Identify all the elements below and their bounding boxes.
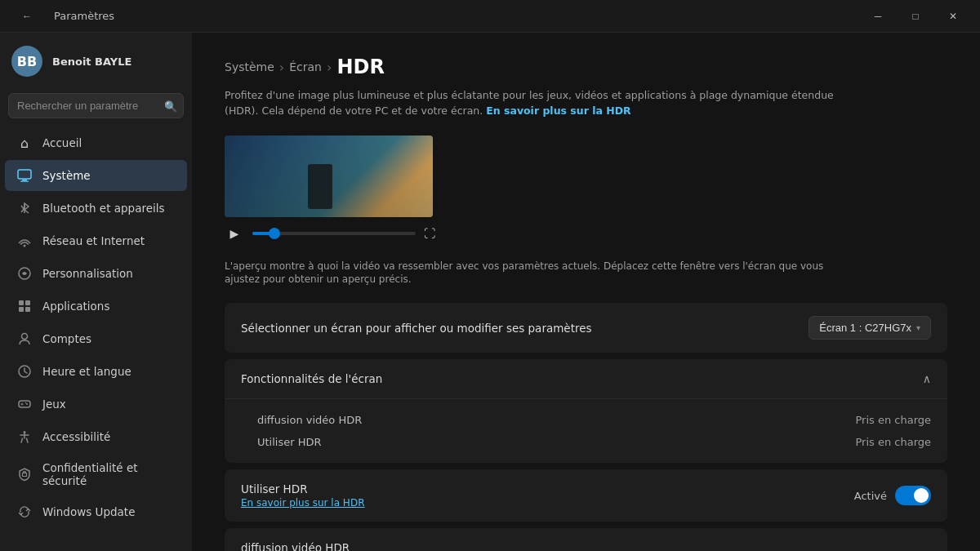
titlebar-title: Paramètres — [54, 10, 114, 22]
description-link[interactable]: En savoir plus sur la HDR — [486, 104, 631, 117]
sidebar-item-systeme[interactable]: Système — [5, 160, 187, 191]
user-section: BB Benoit BAYLE — [0, 33, 192, 90]
video-preview — [225, 136, 433, 217]
home-icon: ⌂ — [16, 135, 33, 151]
sidebar-item-label: Accessibilité — [42, 430, 110, 443]
sidebar-item-comptes[interactable]: Comptes — [5, 323, 187, 354]
sidebar-item-accessibilite[interactable]: Accessibilité — [5, 421, 187, 452]
accounts-icon — [16, 331, 33, 347]
svg-point-9 — [22, 334, 28, 340]
titlebar-left: ← Paramètres — [8, 3, 114, 29]
minimize-button[interactable]: ─ — [859, 3, 897, 29]
progress-thumb — [269, 228, 280, 239]
breadcrumb-ecran: Écran — [289, 60, 322, 73]
sidebar-item-label: Réseau et Internet — [42, 234, 145, 247]
screen-selector-card: Sélectionner un écran pour afficher ou m… — [225, 303, 947, 353]
sidebar-item-confidentialite[interactable]: Confidentialité et sécurité — [5, 454, 187, 495]
search-icon: 🔍 — [164, 100, 177, 112]
svg-rect-1 — [22, 180, 27, 181]
svg-rect-5 — [19, 300, 24, 305]
sidebar-item-label: Comptes — [42, 332, 91, 345]
privacy-icon — [16, 466, 33, 482]
titlebar-controls: ─ □ ✕ — [859, 3, 972, 29]
fonctionnalites-label: Fonctionnalités de l'écran — [241, 372, 382, 385]
sidebar-item-windows-update[interactable]: Windows Update — [5, 496, 187, 527]
network-icon — [16, 233, 33, 249]
svg-point-14 — [24, 431, 26, 433]
svg-rect-11 — [19, 401, 30, 407]
chevron-down-icon: ▾ — [916, 323, 920, 332]
bluetooth-icon — [16, 200, 33, 216]
sidebar-item-label: Windows Update — [42, 505, 135, 518]
svg-point-3 — [24, 245, 26, 247]
page-description: Profitez d'une image plus lumineuse et p… — [225, 88, 845, 119]
sidebar-item-applications[interactable]: Applications — [5, 291, 187, 322]
back-button[interactable]: ← — [8, 3, 46, 29]
sidebar-item-label: Confidentialité et sécurité — [42, 461, 176, 487]
utiliser-hdr-status: Activé — [854, 490, 887, 502]
breadcrumb-sep-1: › — [279, 60, 284, 75]
breadcrumb-sep-2: › — [327, 60, 332, 75]
user-name: Benoit BAYLE — [52, 56, 131, 68]
utiliser-hdr-card: Utiliser HDR En savoir plus sur la HDR A… — [225, 469, 947, 522]
play-button[interactable]: ▶ — [225, 224, 244, 243]
fonctionnalites-card: Fonctionnalités de l'écran ∧ diffusion v… — [225, 359, 947, 463]
diffusion-hdr-card: diffusion vidéo HDR Cet écran peut lire … — [225, 528, 947, 551]
search-input[interactable] — [8, 93, 184, 118]
utiliser-hdr-toggle[interactable] — [895, 486, 931, 505]
sidebar-item-label: Jeux — [42, 398, 66, 411]
system-icon — [16, 167, 33, 184]
svg-rect-7 — [19, 307, 24, 312]
screen-selector-row: Sélectionner un écran pour afficher ou m… — [225, 303, 947, 353]
utiliser-hdr-toggle-wrap: Activé — [854, 486, 931, 505]
utiliser-hdr-link[interactable]: En savoir plus sur la HDR — [241, 497, 364, 509]
fonctionnalites-header[interactable]: Fonctionnalités de l'écran ∧ — [225, 359, 947, 399]
breadcrumb-systeme: Système — [225, 60, 274, 73]
expand-button[interactable]: ⛶ — [424, 227, 435, 240]
sidebar-item-jeux[interactable]: Jeux — [5, 389, 187, 420]
svg-rect-8 — [25, 307, 30, 312]
fonctionnalites-content: diffusion vidéo HDR Pris en charge Utili… — [225, 399, 947, 463]
main-content: Système › Écran › HDR Profitez d'une ima… — [192, 33, 980, 551]
sidebar-item-label: Heure et langue — [42, 365, 131, 378]
games-icon — [16, 396, 33, 412]
svg-rect-2 — [20, 181, 29, 182]
sidebar-item-label: Personnalisation — [42, 267, 133, 280]
feature-label: Utiliser HDR — [257, 436, 322, 448]
preview-note: L'aperçu montre à quoi la vidéo va resse… — [225, 260, 845, 287]
windows-update-icon — [16, 504, 33, 520]
avatar: BB — [11, 46, 42, 77]
svg-rect-15 — [23, 473, 27, 477]
clock-icon — [16, 363, 33, 380]
sidebar-item-personnalisation[interactable]: Personnalisation — [5, 258, 187, 289]
sidebar-item-accueil[interactable]: ⌂ Accueil — [5, 127, 187, 158]
progress-bar[interactable] — [252, 232, 416, 235]
app-layout: BB Benoit BAYLE 🔍 ⌂ Accueil Système — [0, 33, 980, 551]
restore-button[interactable]: □ — [897, 3, 934, 29]
feature-label: diffusion vidéo HDR — [257, 414, 362, 426]
titlebar: ← Paramètres ─ □ ✕ — [0, 0, 980, 33]
sidebar-item-heure[interactable]: Heure et langue — [5, 356, 187, 387]
diffusion-hdr-row: diffusion vidéo HDR Cet écran peut lire … — [225, 528, 947, 551]
svg-rect-0 — [18, 170, 31, 179]
close-button[interactable]: ✕ — [934, 3, 972, 29]
chevron-up-icon: ∧ — [923, 372, 931, 385]
sidebar-item-label: Bluetooth et appareils — [42, 202, 165, 215]
sidebar-item-label: Applications — [42, 300, 109, 313]
accessibility-icon — [16, 429, 33, 445]
sidebar-item-label: Système — [42, 169, 91, 182]
breadcrumb: Système › Écran › HDR — [225, 56, 947, 78]
utiliser-hdr-label: Utiliser HDR — [241, 482, 364, 495]
screen-selector-dropdown[interactable]: Écran 1 : C27HG7x ▾ — [808, 316, 931, 340]
sidebar-item-reseau[interactable]: Réseau et Internet — [5, 225, 187, 256]
screen-selector-label: Sélectionner un écran pour afficher ou m… — [241, 322, 592, 335]
svg-point-13 — [25, 402, 27, 404]
sidebar-item-label: Accueil — [42, 136, 82, 149]
sidebar-item-bluetooth[interactable]: Bluetooth et appareils — [5, 193, 187, 224]
search-box: 🔍 — [8, 93, 184, 118]
feature-row-diffusion: diffusion vidéo HDR Pris en charge — [257, 409, 931, 431]
sidebar: BB Benoit BAYLE 🔍 ⌂ Accueil Système — [0, 33, 192, 551]
diffusion-hdr-label: diffusion vidéo HDR — [241, 541, 764, 551]
personalization-icon — [16, 265, 33, 282]
page-title: HDR — [336, 56, 385, 78]
